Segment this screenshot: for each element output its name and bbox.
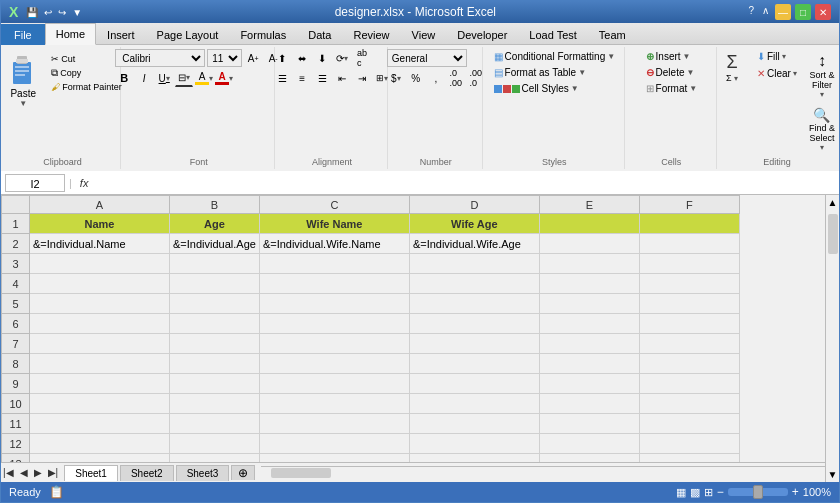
align-center-btn[interactable]: ≡ <box>293 69 311 87</box>
cell-3-B[interactable] <box>170 254 260 274</box>
format-as-table-button[interactable]: ▤ Format as Table ▼ <box>490 65 590 80</box>
cell-10-A[interactable] <box>30 394 170 414</box>
cell-12-F[interactable] <box>639 434 739 454</box>
row-header-1[interactable]: 1 <box>2 214 30 234</box>
col-header-b[interactable]: B <box>170 196 260 214</box>
clear-button[interactable]: ✕ Clear ▾ <box>752 66 802 81</box>
cell-8-A[interactable] <box>30 354 170 374</box>
zoom-slider[interactable] <box>728 488 788 496</box>
cell-13-F[interactable] <box>639 454 739 463</box>
font-size-select[interactable]: 11 <box>207 49 242 67</box>
formula-input[interactable] <box>96 174 835 192</box>
sheet-grid[interactable]: A B C D E F 1NameAgeWife NameWife Age2&=… <box>1 195 825 462</box>
cell-9-B[interactable] <box>170 374 260 394</box>
cell-2-A[interactable]: &=Individual.Name <box>30 234 170 254</box>
col-header-d[interactable]: D <box>409 196 539 214</box>
number-format-select[interactable]: General <box>387 49 467 67</box>
autosum-button[interactable]: Σ Σ ▾ <box>714 49 750 86</box>
tab-developer[interactable]: Developer <box>446 24 518 45</box>
cell-1-C[interactable]: Wife Name <box>259 214 409 234</box>
sheet-nav-next[interactable]: ▶ <box>32 466 44 479</box>
increase-indent-btn[interactable]: ⇥ <box>353 69 371 87</box>
cell-6-A[interactable] <box>30 314 170 334</box>
view-page-break-btn[interactable]: ⊞ <box>704 486 713 499</box>
conditional-formatting-button[interactable]: ▦ Conditional Formatting ▼ <box>490 49 620 64</box>
cell-1-E[interactable] <box>539 214 639 234</box>
row-header-13[interactable]: 13 <box>2 454 30 463</box>
cell-7-E[interactable] <box>539 334 639 354</box>
cell-1-D[interactable]: Wife Age <box>409 214 539 234</box>
zoom-out-btn[interactable]: − <box>717 485 724 499</box>
font-color-button[interactable]: A ▾ <box>215 69 233 87</box>
v-scroll-down[interactable]: ▼ <box>826 467 839 482</box>
cell-1-F[interactable] <box>639 214 739 234</box>
cell-10-C[interactable] <box>259 394 409 414</box>
orientation-btn[interactable]: ⟳▾ <box>333 49 351 67</box>
cell-6-F[interactable] <box>639 314 739 334</box>
cell-8-E[interactable] <box>539 354 639 374</box>
cell-4-C[interactable] <box>259 274 409 294</box>
cell-4-E[interactable] <box>539 274 639 294</box>
cell-4-A[interactable] <box>30 274 170 294</box>
cell-11-E[interactable] <box>539 414 639 434</box>
row-header-8[interactable]: 8 <box>2 354 30 374</box>
border-button[interactable]: ⊟▾ <box>175 69 193 87</box>
paste-dropdown-arrow[interactable]: ▼ <box>19 99 27 108</box>
cell-9-E[interactable] <box>539 374 639 394</box>
cell-12-A[interactable] <box>30 434 170 454</box>
decrease-decimal-btn[interactable]: .0.00 <box>447 69 465 87</box>
cell-1-B[interactable]: Age <box>170 214 260 234</box>
view-page-layout-btn[interactable]: ▩ <box>690 486 700 499</box>
cell-8-F[interactable] <box>639 354 739 374</box>
horizontal-scrollbar[interactable] <box>261 466 825 480</box>
cell-4-B[interactable] <box>170 274 260 294</box>
cell-12-E[interactable] <box>539 434 639 454</box>
format-button[interactable]: ⊞ Format ▼ <box>641 81 703 96</box>
cell-9-A[interactable] <box>30 374 170 394</box>
cell-8-D[interactable] <box>409 354 539 374</box>
row-header-11[interactable]: 11 <box>2 414 30 434</box>
cell-5-F[interactable] <box>639 294 739 314</box>
row-header-7[interactable]: 7 <box>2 334 30 354</box>
tab-page-layout[interactable]: Page Layout <box>146 24 230 45</box>
cell-2-E[interactable] <box>539 234 639 254</box>
cell-13-C[interactable] <box>259 454 409 463</box>
tab-view[interactable]: View <box>401 24 447 45</box>
cell-6-E[interactable] <box>539 314 639 334</box>
sheet-tab-sheet1[interactable]: Sheet1 <box>64 465 118 481</box>
cell-reference-box[interactable]: I2 <box>5 174 65 192</box>
align-top-btn[interactable]: ⬆ <box>273 49 291 67</box>
cell-6-D[interactable] <box>409 314 539 334</box>
tab-review[interactable]: Review <box>342 24 400 45</box>
col-header-a[interactable]: A <box>30 196 170 214</box>
sheet-nav-last[interactable]: ▶| <box>46 466 61 479</box>
fill-button[interactable]: ⬇ Fill ▾ <box>752 49 802 64</box>
cell-7-A[interactable] <box>30 334 170 354</box>
cell-5-D[interactable] <box>409 294 539 314</box>
cell-11-B[interactable] <box>170 414 260 434</box>
sheet-nav-prev[interactable]: ◀ <box>18 466 30 479</box>
cell-8-B[interactable] <box>170 354 260 374</box>
vertical-scrollbar[interactable]: ▲ ▼ <box>825 195 839 482</box>
cell-3-D[interactable] <box>409 254 539 274</box>
increase-font-btn[interactable]: A+ <box>244 49 262 67</box>
v-scroll-up[interactable]: ▲ <box>826 195 839 210</box>
align-left-btn[interactable]: ☰ <box>273 69 291 87</box>
wrap-text-btn[interactable]: abc <box>353 49 371 67</box>
save-quick-btn[interactable]: 💾 <box>24 6 40 19</box>
cell-7-C[interactable] <box>259 334 409 354</box>
sheet-tab-sheet3[interactable]: Sheet3 <box>176 465 230 481</box>
cell-11-C[interactable] <box>259 414 409 434</box>
tab-load-test[interactable]: Load Test <box>518 24 588 45</box>
currency-btn[interactable]: $▾ <box>387 69 405 87</box>
cell-12-C[interactable] <box>259 434 409 454</box>
row-header-12[interactable]: 12 <box>2 434 30 454</box>
align-bottom-btn[interactable]: ⬇ <box>313 49 331 67</box>
customize-quick-btn[interactable]: ▼ <box>70 6 84 19</box>
tab-data[interactable]: Data <box>297 24 342 45</box>
zoom-in-btn[interactable]: + <box>792 485 799 499</box>
cell-3-A[interactable] <box>30 254 170 274</box>
cell-7-D[interactable] <box>409 334 539 354</box>
cell-10-D[interactable] <box>409 394 539 414</box>
cell-13-B[interactable] <box>170 454 260 463</box>
